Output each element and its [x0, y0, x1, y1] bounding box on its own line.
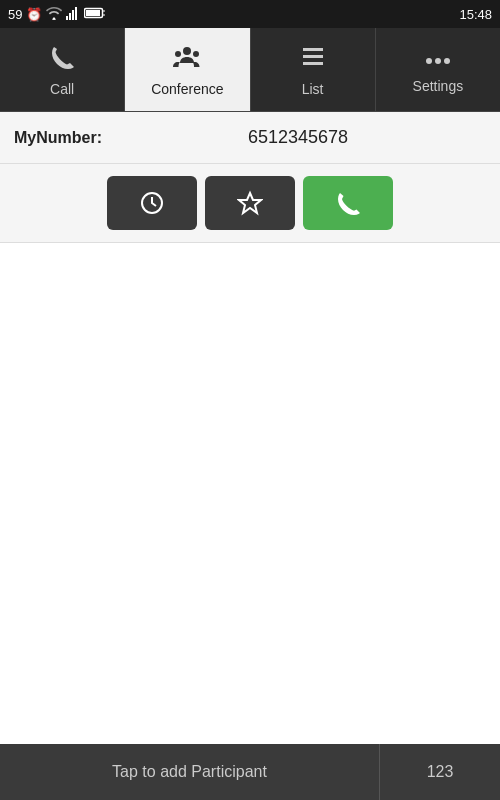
- status-time: 15:48: [459, 7, 492, 22]
- status-bar: 59 ⏰ 15:48: [0, 0, 500, 28]
- dialpad-label: 123: [427, 763, 454, 781]
- svg-point-10: [193, 51, 199, 57]
- add-participant-label: Tap to add Participant: [112, 763, 267, 781]
- alarm-icon: ⏰: [26, 7, 42, 22]
- svg-point-8: [183, 47, 191, 55]
- add-participant-button[interactable]: Tap to add Participant: [0, 744, 380, 800]
- my-number-row: MyNumber: 6512345678: [0, 112, 500, 164]
- tab-call-label: Call: [50, 81, 74, 97]
- nav-tabs: Call Conference List: [0, 28, 500, 112]
- tab-conference-label: Conference: [151, 81, 223, 97]
- conference-icon: [172, 43, 202, 75]
- wifi-icon: [46, 6, 62, 23]
- svg-rect-7: [86, 10, 100, 16]
- call-icon: [48, 43, 76, 75]
- tab-settings-label: Settings: [413, 78, 464, 94]
- settings-icon: [424, 46, 452, 72]
- tab-call[interactable]: Call: [0, 28, 125, 111]
- svg-rect-1: [69, 13, 71, 20]
- action-buttons-row: [0, 164, 500, 243]
- dialpad-button[interactable]: 123: [380, 744, 500, 800]
- history-button[interactable]: [107, 176, 197, 230]
- signal-icon: [66, 6, 80, 23]
- bottom-bar: Tap to add Participant 123: [0, 744, 500, 800]
- svg-rect-2: [72, 10, 74, 20]
- tab-conference[interactable]: Conference: [125, 28, 250, 111]
- svg-rect-3: [75, 7, 77, 20]
- status-right: 15:48: [459, 7, 492, 22]
- tab-settings[interactable]: Settings: [376, 28, 500, 111]
- list-icon: [299, 43, 327, 75]
- my-number-value: 6512345678: [110, 127, 486, 148]
- svg-point-9: [175, 51, 181, 57]
- call-button[interactable]: [303, 176, 393, 230]
- svg-point-14: [426, 58, 432, 64]
- tab-list-label: List: [302, 81, 324, 97]
- svg-rect-12: [303, 55, 323, 58]
- status-left: 59 ⏰: [8, 6, 106, 23]
- status-time-left: 59: [8, 7, 22, 22]
- battery-icon: [84, 7, 106, 22]
- tab-list[interactable]: List: [251, 28, 376, 111]
- my-number-label: MyNumber:: [14, 129, 102, 147]
- svg-rect-11: [303, 48, 323, 51]
- favorites-button[interactable]: [205, 176, 295, 230]
- svg-rect-0: [66, 16, 68, 20]
- svg-rect-13: [303, 62, 323, 65]
- main-content: [0, 243, 500, 745]
- svg-point-15: [435, 58, 441, 64]
- svg-point-16: [444, 58, 450, 64]
- svg-marker-18: [239, 193, 261, 213]
